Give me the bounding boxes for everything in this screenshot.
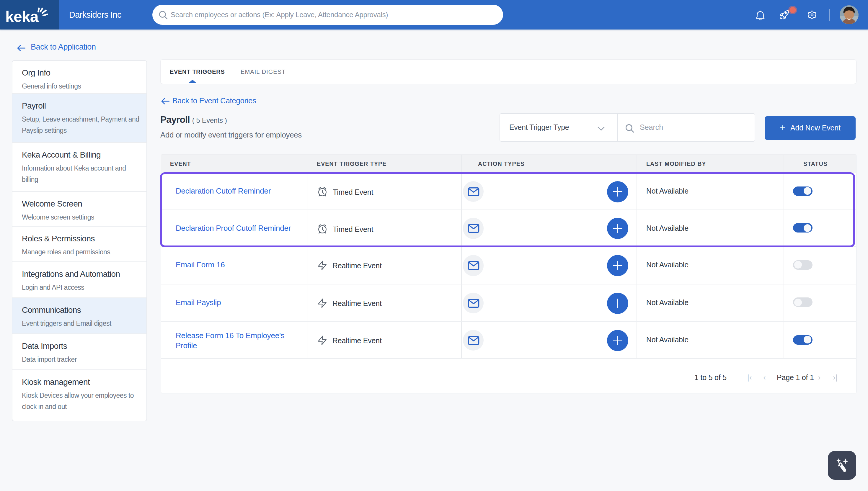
svg-text:keka: keka xyxy=(5,8,39,25)
